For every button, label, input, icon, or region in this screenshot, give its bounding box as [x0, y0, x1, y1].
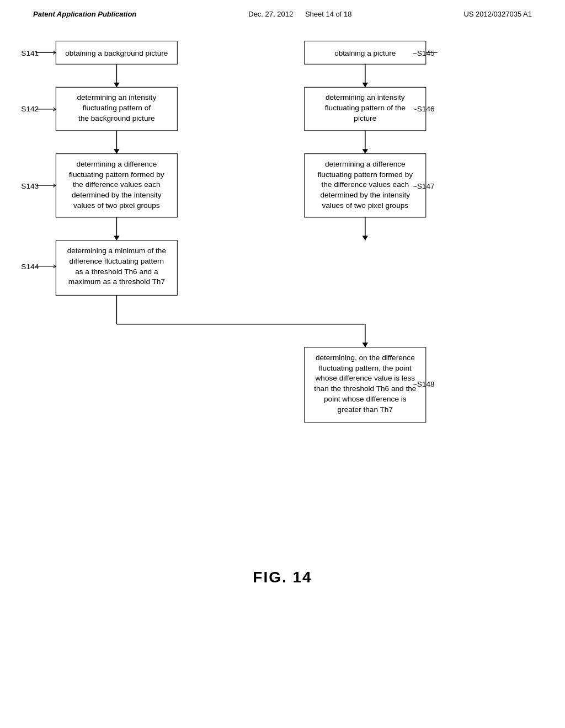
- svg-text:difference fluctuating pattern: difference fluctuating pattern: [70, 257, 164, 265]
- svg-text:determining a difference: determining a difference: [325, 160, 406, 168]
- svg-text:maximum as a threshold Th7: maximum as a threshold Th7: [68, 277, 165, 286]
- svg-text:determining an intensity: determining an intensity: [326, 93, 405, 101]
- svg-text:fluctuating pattern, the point: fluctuating pattern, the point: [319, 364, 412, 372]
- svg-marker-62: [363, 342, 368, 347]
- svg-text:fluctuating pattern formed by: fluctuating pattern formed by: [69, 170, 164, 179]
- svg-rect-45: [305, 87, 426, 131]
- svg-text:S144: S144: [21, 263, 39, 271]
- svg-text:S143: S143: [21, 182, 39, 190]
- header-date-sheet: Dec. 27, 2012 Sheet 14 of 18: [248, 10, 351, 18]
- svg-text:fluctuating pattern of the: fluctuating pattern of the: [325, 104, 406, 112]
- svg-marker-17: [114, 149, 119, 153]
- svg-text:than the threshold Th6 and the: than the threshold Th6 and the: [314, 384, 416, 393]
- header-date: Dec. 27, 2012: [248, 10, 293, 18]
- svg-text:determining an intensity: determining an intensity: [77, 93, 156, 101]
- svg-text:obtaining a picture: obtaining a picture: [334, 49, 396, 57]
- svg-line-14: [53, 108, 56, 109]
- svg-rect-0: [56, 41, 177, 64]
- svg-marker-44: [363, 83, 368, 87]
- svg-text:~S145: ~S145: [413, 49, 435, 57]
- svg-rect-8: [56, 87, 177, 131]
- svg-text:~S148: ~S148: [413, 380, 435, 388]
- svg-text:determining a minimum of the: determining a minimum of the: [67, 247, 166, 255]
- svg-text:determining a difference: determining a difference: [76, 160, 157, 168]
- svg-text:obtaining a background picture: obtaining a background picture: [65, 49, 168, 57]
- svg-text:the background picture: the background picture: [78, 114, 154, 122]
- svg-rect-18: [56, 154, 177, 217]
- svg-text:as a threshold Th6 and a: as a threshold Th6 and a: [75, 267, 158, 276]
- svg-text:S142: S142: [21, 105, 39, 113]
- svg-line-4: [53, 51, 56, 52]
- svg-rect-30: [56, 240, 177, 296]
- figure-caption: FIG. 14: [0, 569, 565, 586]
- svg-text:fluctuating pattern formed by: fluctuating pattern formed by: [318, 170, 413, 179]
- svg-text:determined by the intensity: determined by the intensity: [72, 191, 162, 199]
- svg-text:the difference values each: the difference values each: [73, 180, 161, 189]
- svg-text:picture: picture: [354, 114, 376, 122]
- flowchart-svg: obtaining a background picture S141 dete…: [0, 24, 565, 630]
- header-publication-label: Patent Application Publication: [33, 10, 136, 18]
- svg-line-26: [53, 184, 56, 185]
- svg-text:the difference values each: the difference values each: [321, 180, 409, 189]
- svg-line-37: [53, 265, 56, 266]
- svg-text:S141: S141: [21, 49, 39, 57]
- svg-text:greater than Th7: greater than Th7: [338, 405, 393, 414]
- svg-line-38: [53, 266, 56, 268]
- svg-line-15: [53, 109, 56, 111]
- svg-text:values of two pixel groups: values of two pixel groups: [73, 201, 160, 210]
- svg-rect-65: [305, 347, 426, 422]
- svg-text:point whose difference is: point whose difference is: [324, 395, 407, 403]
- svg-rect-52: [305, 154, 426, 217]
- svg-marker-64: [363, 235, 368, 240]
- svg-marker-51: [363, 149, 368, 153]
- svg-text:determined by the intensity: determined by the intensity: [320, 191, 410, 199]
- svg-text:fluctuating pattern of: fluctuating pattern of: [83, 104, 151, 112]
- svg-line-27: [53, 185, 56, 187]
- svg-marker-29: [114, 235, 119, 240]
- svg-text:~S147: ~S147: [413, 182, 435, 190]
- svg-marker-7: [114, 83, 119, 87]
- svg-text:determining, on the difference: determining, on the difference: [316, 354, 415, 362]
- diagram-area: obtaining a background picture S141 dete…: [0, 24, 565, 630]
- page-header: Patent Application Publication Dec. 27, …: [0, 0, 565, 24]
- header-patent-number: US 2012/0327035 A1: [463, 10, 532, 18]
- svg-text:values of two pixel groups: values of two pixel groups: [322, 201, 409, 210]
- header-sheet: Sheet 14 of 18: [305, 10, 352, 18]
- svg-line-5: [53, 52, 56, 54]
- svg-text:whose difference value is less: whose difference value is less: [315, 374, 415, 382]
- svg-text:~S146: ~S146: [413, 105, 435, 113]
- svg-rect-39: [305, 41, 426, 64]
